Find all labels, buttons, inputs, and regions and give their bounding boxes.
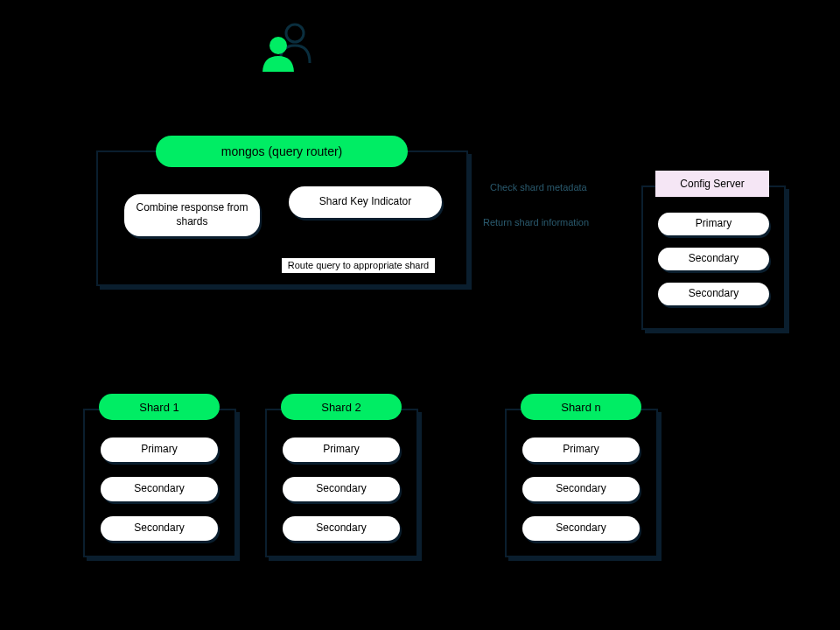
return-info-label: Return shard information [483, 217, 589, 228]
shard-key-indicator-label: Shard Key Indicator [289, 186, 442, 218]
shard-n-secondary-node-2: Secondary [522, 516, 640, 541]
shard-1-secondary-node-1: Secondary [101, 477, 218, 501]
shard-2-primary-node: Primary [283, 438, 400, 462]
shard-2-secondary-node-1: Secondary [283, 477, 400, 501]
shard-2-secondary-node-2: Secondary [283, 516, 400, 541]
config-server-header: Config Server [655, 171, 769, 197]
config-primary-node: Primary [658, 213, 769, 235]
route-query-label: Route query to appropriate shard [282, 258, 435, 273]
combine-response-label: Combine response from shards [124, 194, 260, 236]
shard-n-header: Shard n [521, 394, 641, 420]
shard-1-primary-node: Primary [101, 438, 218, 462]
config-secondary-node-2: Secondary [658, 283, 769, 305]
shard-2-header: Shard 2 [281, 394, 402, 420]
shard-1-header: Shard 1 [99, 394, 220, 420]
users-icon [258, 19, 319, 72]
shard-n-primary-node: Primary [522, 438, 640, 462]
svg-point-1 [270, 37, 287, 54]
mongos-header: mongos (query router) [156, 136, 408, 167]
shard-1-secondary-node-2: Secondary [101, 516, 218, 541]
check-metadata-label: Check shard metadata [490, 182, 587, 192]
shard-n-secondary-node-1: Secondary [522, 477, 640, 501]
svg-point-0 [286, 24, 304, 42]
config-secondary-node-1: Secondary [658, 248, 769, 270]
